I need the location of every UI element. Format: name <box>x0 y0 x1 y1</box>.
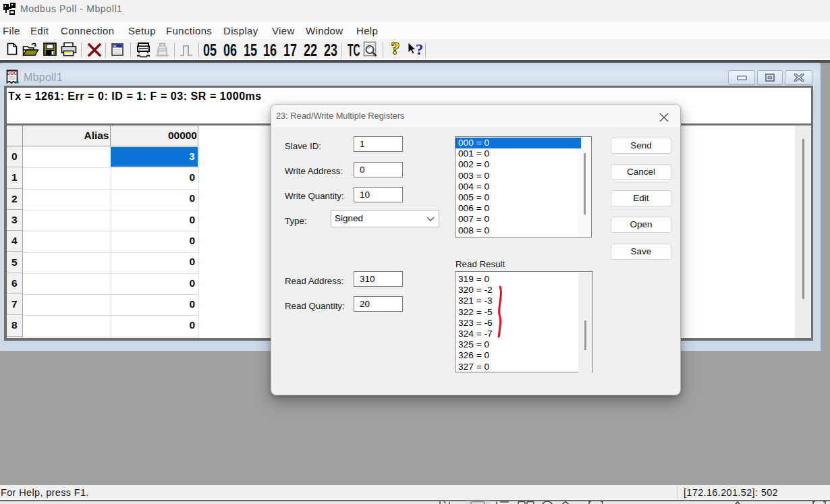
svg-text:?: ? <box>391 42 400 57</box>
svg-text:?: ? <box>416 41 424 57</box>
svg-text:DOC: DOC <box>7 71 18 76</box>
